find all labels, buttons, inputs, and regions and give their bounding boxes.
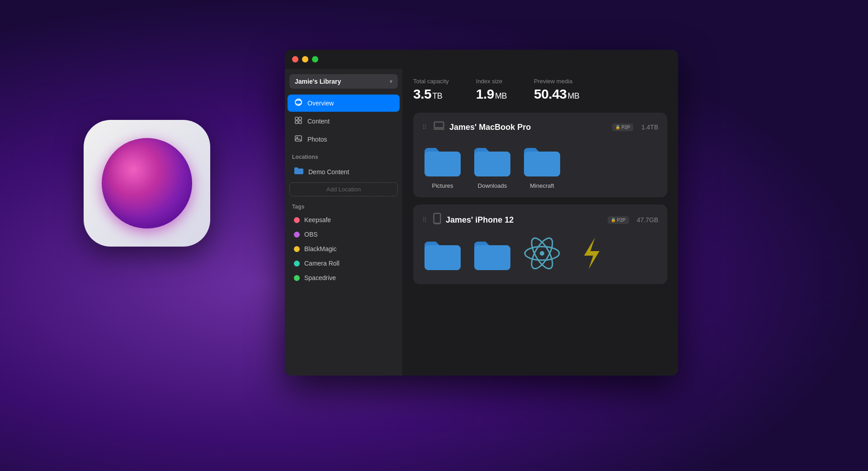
- chevron-down-icon: ▾: [390, 78, 392, 85]
- add-location-label: Add Location: [326, 186, 361, 193]
- index-size-label: Index size: [476, 78, 507, 85]
- iphone-icon: [433, 213, 441, 227]
- maximize-button[interactable]: [312, 56, 318, 62]
- traffic-lights: [292, 56, 318, 62]
- app-icon-orb: [102, 138, 192, 228]
- minecraft-label: Minecraft: [530, 182, 554, 189]
- device-card-iphone: ⠿ James' iPhone 12 🔒 P2P 47.7GB: [413, 205, 667, 284]
- p2p-badge-iphone: 🔒 P2P: [608, 216, 629, 224]
- iphone-folder-icon-2: [472, 235, 513, 271]
- tag-item-obs[interactable]: OBS: [288, 228, 400, 241]
- drag-handle-iphone[interactable]: ⠿: [422, 216, 427, 224]
- sidebar: Jamie's Library ▾ Overview: [285, 69, 402, 376]
- macbook-folder-grid: Pictures Downloads: [422, 142, 658, 189]
- title-bar: [285, 50, 678, 69]
- pictures-folder-icon: [422, 142, 463, 178]
- sidebar-item-overview[interactable]: Overview: [288, 95, 400, 112]
- stat-total-capacity: Total capacity 3.5TB: [413, 78, 449, 102]
- obs-label: OBS: [304, 231, 318, 238]
- downloads-folder-icon: [472, 142, 513, 178]
- svg-rect-2: [299, 117, 302, 120]
- overview-label: Overview: [307, 100, 334, 107]
- svg-rect-4: [299, 121, 302, 124]
- main-content: Total capacity 3.5TB Index size 1.9MB Pr…: [402, 69, 678, 376]
- keepsafe-label: Keepsafe: [304, 216, 331, 224]
- stat-index-size: Index size 1.9MB: [476, 78, 507, 102]
- total-capacity-label: Total capacity: [413, 78, 449, 85]
- preview-media-label: Preview media: [534, 78, 580, 85]
- folder-item-downloads[interactable]: Downloads: [472, 142, 513, 189]
- tag-item-spacedrive[interactable]: Spacedrive: [288, 271, 400, 285]
- camera-roll-label: Camera Roll: [304, 260, 340, 267]
- spacedrive-label: Spacedrive: [304, 274, 336, 281]
- overview-icon: [294, 98, 303, 108]
- device-header-macbook: ⠿ James' MacBook Pro 🔒 P2P 1.4TB: [422, 121, 658, 133]
- sidebar-item-photos[interactable]: Photos: [288, 131, 400, 148]
- content-label: Content: [307, 118, 330, 125]
- keepsafe-dot: [294, 217, 300, 223]
- obs-dot: [294, 232, 300, 238]
- camera-roll-dot: [294, 261, 300, 266]
- iphone-folder-grid: [422, 235, 658, 276]
- window-body: Jamie's Library ▾ Overview: [285, 69, 678, 376]
- iphone-folder-2[interactable]: [472, 235, 513, 276]
- main-window: Jamie's Library ▾ Overview: [285, 50, 678, 376]
- drag-handle-macbook[interactable]: ⠿: [422, 124, 427, 131]
- lock-icon-iphone: 🔒: [611, 218, 616, 222]
- macbook-name: James' MacBook Pro: [449, 123, 608, 132]
- bolt-icon: [571, 235, 612, 271]
- minecraft-folder-icon: [522, 142, 562, 178]
- iphone-folder-icon-1: [422, 235, 463, 271]
- iphone-react-icon[interactable]: [522, 235, 562, 276]
- stats-row: Total capacity 3.5TB Index size 1.9MB Pr…: [413, 78, 667, 102]
- blackmagic-label: BlackMagic: [304, 245, 337, 252]
- device-card-macbook: ⠿ James' MacBook Pro 🔒 P2P 1.4TB: [413, 113, 667, 197]
- folder-item-pictures[interactable]: Pictures: [422, 142, 463, 189]
- app-icon: [84, 120, 210, 247]
- svg-rect-8: [435, 123, 443, 127]
- library-dropdown[interactable]: Jamie's Library ▾: [289, 74, 398, 89]
- device-header-iphone: ⠿ James' iPhone 12 🔒 P2P 47.7GB: [422, 213, 658, 227]
- svg-point-11: [437, 223, 438, 224]
- photos-label: Photos: [307, 136, 327, 143]
- macbook-size: 1.4TB: [642, 124, 658, 131]
- pictures-label: Pictures: [432, 182, 453, 189]
- add-location-button[interactable]: Add Location: [289, 182, 398, 196]
- location-item-demo-content[interactable]: Demo Content: [288, 163, 400, 180]
- svg-rect-1: [295, 117, 298, 120]
- content-icon: [294, 116, 303, 126]
- library-label: Jamie's Library: [295, 78, 341, 85]
- tag-item-camera-roll[interactable]: Camera Roll: [288, 257, 400, 270]
- iphone-name: James' iPhone 12: [446, 215, 603, 225]
- macbook-icon: [433, 121, 445, 133]
- lock-icon-macbook: 🔒: [615, 125, 620, 129]
- blackmagic-dot: [294, 246, 300, 252]
- tag-item-keepsafe[interactable]: Keepsafe: [288, 213, 400, 227]
- svg-point-15: [540, 251, 544, 256]
- sidebar-item-content[interactable]: Content: [288, 113, 400, 130]
- locations-section-label: Locations: [285, 148, 402, 163]
- tag-item-blackmagic[interactable]: BlackMagic: [288, 242, 400, 256]
- folder-icon: [294, 167, 304, 177]
- downloads-label: Downloads: [478, 182, 507, 189]
- close-button[interactable]: [292, 56, 298, 62]
- svg-rect-3: [295, 121, 298, 124]
- react-icon: [522, 235, 562, 271]
- iphone-size: 47.7GB: [637, 216, 658, 224]
- location-demo-content-label: Demo Content: [308, 168, 349, 176]
- spacedrive-dot: [294, 275, 300, 281]
- index-size-value: 1.9MB: [476, 86, 507, 102]
- photos-icon: [294, 134, 303, 144]
- preview-media-value: 50.43MB: [534, 86, 580, 102]
- stat-preview-media: Preview media 50.43MB: [534, 78, 580, 102]
- app-icon-container: [84, 120, 210, 247]
- minimize-button[interactable]: [302, 56, 308, 62]
- tags-section-label: Tags: [285, 198, 402, 213]
- p2p-badge-macbook: 🔒 P2P: [612, 124, 633, 131]
- iphone-bolt-icon[interactable]: [571, 235, 612, 276]
- svg-rect-10: [434, 214, 440, 223]
- iphone-folder-1[interactable]: [422, 235, 463, 276]
- folder-item-minecraft[interactable]: Minecraft: [522, 142, 562, 189]
- total-capacity-value: 3.5TB: [413, 86, 449, 102]
